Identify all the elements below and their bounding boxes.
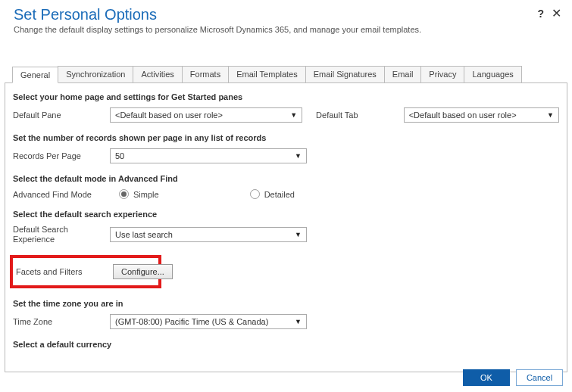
- cancel-button[interactable]: Cancel: [516, 369, 563, 386]
- section-tz-heading: Set the time zone you are in: [13, 299, 559, 308]
- adv-find-simple-label: Simple: [133, 190, 159, 199]
- help-icon[interactable]: ?: [537, 8, 544, 20]
- tab-activities[interactable]: Activities: [133, 66, 182, 82]
- default-tab-select[interactable]: <Default based on user role> ▼: [404, 107, 559, 123]
- page-title: Set Personal Options: [14, 6, 558, 23]
- tab-general[interactable]: General: [12, 67, 58, 83]
- adv-find-mode-label: Advanced Find Mode: [13, 190, 110, 199]
- section-homepage-heading: Select your home page and settings for G…: [13, 92, 559, 101]
- tab-email[interactable]: Email: [384, 66, 422, 82]
- facets-highlight: Facets and Filters Configure...: [10, 255, 161, 288]
- time-zone-label: Time Zone: [13, 317, 110, 326]
- tab-privacy[interactable]: Privacy: [420, 66, 464, 82]
- default-pane-label: Default Pane: [13, 110, 110, 120]
- tab-bar: General Synchronization Activities Forma…: [5, 66, 567, 83]
- default-pane-select[interactable]: <Default based on user role> ▼: [110, 107, 302, 123]
- default-tab-value: <Default based on user role>: [409, 110, 517, 120]
- adv-find-simple-option[interactable]: Simple: [119, 189, 159, 199]
- adv-find-detailed-label: Detailed: [264, 190, 295, 199]
- section-search-heading: Select the default search experience: [13, 210, 559, 219]
- section-currency-heading: Select a default currency: [13, 340, 559, 349]
- records-per-page-label: Records Per Page: [13, 151, 110, 160]
- tab-languages[interactable]: Languages: [464, 66, 521, 82]
- tab-email-templates[interactable]: Email Templates: [228, 66, 306, 82]
- tab-formats[interactable]: Formats: [182, 66, 229, 82]
- chevron-down-icon: ▼: [290, 111, 297, 119]
- chevron-down-icon: ▼: [295, 152, 302, 160]
- configure-button[interactable]: Configure...: [113, 264, 173, 279]
- close-icon[interactable]: ✕: [552, 6, 561, 20]
- tab-email-signatures[interactable]: Email Signatures: [305, 66, 385, 82]
- default-pane-value: <Default based on user role>: [115, 110, 223, 120]
- chevron-down-icon: ▼: [295, 231, 302, 238]
- default-search-exp-label: Default Search Experience: [13, 225, 110, 244]
- section-advfind-heading: Select the default mode in Advanced Find: [13, 174, 559, 183]
- time-zone-select[interactable]: (GMT-08:00) Pacific Time (US & Canada) ▼: [110, 314, 307, 329]
- default-search-exp-value: Use last search: [115, 230, 173, 239]
- radio-icon: [250, 189, 260, 199]
- default-search-exp-select[interactable]: Use last search ▼: [110, 227, 307, 242]
- radio-icon: [119, 189, 129, 199]
- adv-find-detailed-option[interactable]: Detailed: [250, 189, 295, 199]
- facets-filters-label: Facets and Filters: [16, 267, 113, 276]
- tab-synchronization[interactable]: Synchronization: [58, 66, 133, 82]
- records-per-page-select[interactable]: 50 ▼: [110, 148, 307, 163]
- records-per-page-value: 50: [115, 151, 124, 160]
- time-zone-value: (GMT-08:00) Pacific Time (US & Canada): [115, 317, 268, 326]
- chevron-down-icon: ▼: [295, 318, 302, 325]
- chevron-down-icon: ▼: [547, 111, 554, 119]
- page-subtitle: Change the default display settings to p…: [14, 25, 558, 34]
- ok-button[interactable]: OK: [463, 369, 510, 386]
- default-tab-label: Default Tab: [316, 110, 390, 120]
- content-panel: Select your home page and settings for G…: [5, 83, 567, 372]
- section-records-heading: Set the number of records shown per page…: [13, 133, 559, 142]
